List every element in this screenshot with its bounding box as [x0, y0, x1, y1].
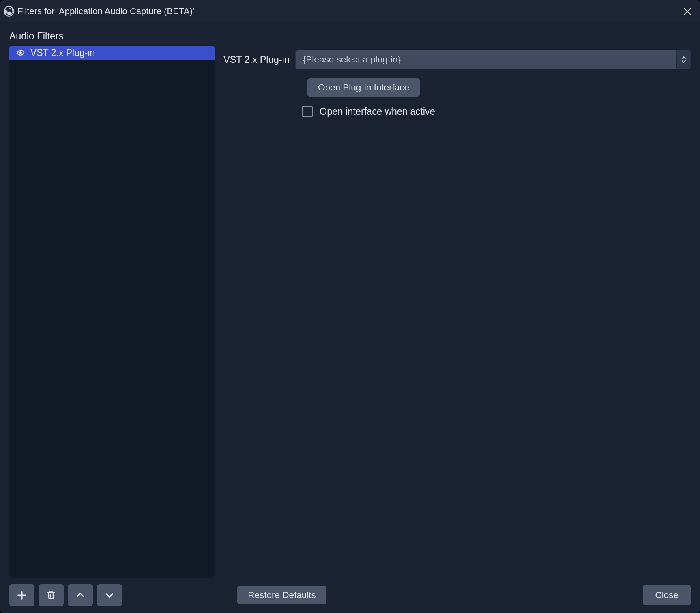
svg-point-1 [19, 51, 22, 54]
filters-list[interactable]: VST 2.x Plug-in [9, 46, 215, 578]
plugin-select-handle[interactable] [676, 50, 690, 69]
open-plugin-interface-button[interactable]: Open Plug-in Interface [307, 78, 420, 97]
restore-defaults-button[interactable]: Restore Defaults [237, 586, 326, 604]
add-filter-button[interactable] [9, 584, 34, 606]
titlebar: Filters for 'Application Audio Capture (… [0, 0, 700, 22]
close-icon [683, 7, 692, 16]
filter-item-label: VST 2.x Plug-in [30, 47, 95, 58]
filters-dialog: Filters for 'Application Audio Capture (… [0, 0, 700, 613]
open-when-active-checkbox[interactable] [302, 106, 313, 117]
delete-filter-button[interactable] [39, 584, 64, 606]
bottom-toolbar: Restore Defaults Close [9, 578, 691, 606]
plugin-select[interactable]: {Please select a plug-in} [295, 50, 691, 69]
audio-filters-label: Audio Filters [9, 30, 691, 42]
updown-icon [681, 56, 686, 64]
eye-icon [15, 49, 26, 57]
move-filter-down-button[interactable] [97, 584, 122, 606]
chevron-up-icon [75, 590, 86, 600]
dialog-content: Audio Filters VST 2.x Plug-in VST [0, 22, 700, 613]
plugin-select-value[interactable]: {Please select a plug-in} [296, 50, 676, 69]
open-when-active-label[interactable]: Open interface when active [320, 106, 435, 117]
filter-item-vst[interactable]: VST 2.x Plug-in [9, 46, 215, 60]
plugin-select-label: VST 2.x Plug-in [223, 54, 290, 65]
window-title: Filters for 'Application Audio Capture (… [17, 6, 194, 17]
chevron-down-icon [104, 590, 115, 600]
move-filter-up-button[interactable] [68, 584, 93, 606]
close-button[interactable]: Close [643, 585, 691, 605]
plus-icon [16, 589, 28, 601]
trash-icon [46, 590, 56, 600]
window-close-button[interactable] [679, 3, 696, 19]
obs-app-icon [3, 5, 15, 17]
visibility-toggle[interactable] [15, 47, 26, 58]
filter-properties-panel: VST 2.x Plug-in {Please select a plug-in… [223, 46, 691, 578]
